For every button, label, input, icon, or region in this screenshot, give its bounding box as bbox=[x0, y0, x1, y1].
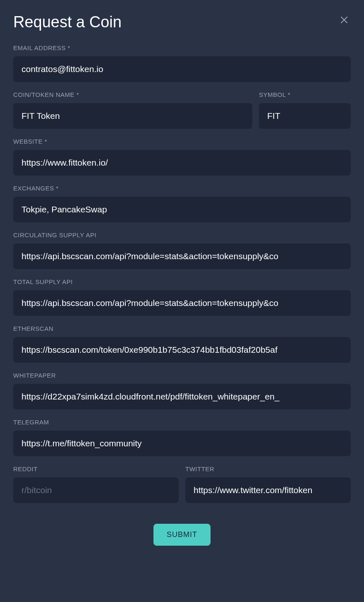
etherscan-label: ETHERSCAN bbox=[13, 325, 351, 332]
whitepaper-label: WHITEPAPER bbox=[13, 372, 351, 379]
telegram-label: TELEGRAM bbox=[13, 419, 351, 426]
reddit-label: REDDIT bbox=[13, 465, 179, 472]
coin-name-field[interactable] bbox=[13, 103, 252, 129]
reddit-field[interactable] bbox=[13, 477, 179, 503]
page-title: Request a Coin bbox=[13, 13, 122, 31]
twitter-field[interactable] bbox=[185, 477, 351, 503]
total-supply-field[interactable] bbox=[13, 290, 351, 316]
etherscan-field[interactable] bbox=[13, 337, 351, 363]
coin-name-label: COIN/TOKEN NAME * bbox=[13, 91, 252, 98]
website-field[interactable] bbox=[13, 150, 351, 176]
symbol-field[interactable] bbox=[259, 103, 351, 129]
circulating-supply-label: CIRCULATING SUPPLY API bbox=[13, 231, 351, 238]
total-supply-label: TOTAL SUPPLY API bbox=[13, 278, 351, 285]
submit-button[interactable]: SUBMIT bbox=[153, 524, 211, 546]
exchanges-field[interactable] bbox=[13, 197, 351, 222]
circulating-supply-field[interactable] bbox=[13, 243, 351, 269]
twitter-label: TWITTER bbox=[185, 465, 351, 472]
close-button[interactable] bbox=[338, 13, 351, 28]
website-label: WEBSITE * bbox=[13, 138, 351, 145]
exchanges-label: EXCHANGES * bbox=[13, 185, 351, 192]
whitepaper-field[interactable] bbox=[13, 384, 351, 409]
close-icon bbox=[339, 15, 349, 25]
email-field[interactable] bbox=[13, 56, 351, 82]
symbol-label: SYMBOL * bbox=[259, 91, 351, 98]
email-label: EMAIL ADDRESS * bbox=[13, 44, 351, 51]
telegram-field[interactable] bbox=[13, 431, 351, 456]
